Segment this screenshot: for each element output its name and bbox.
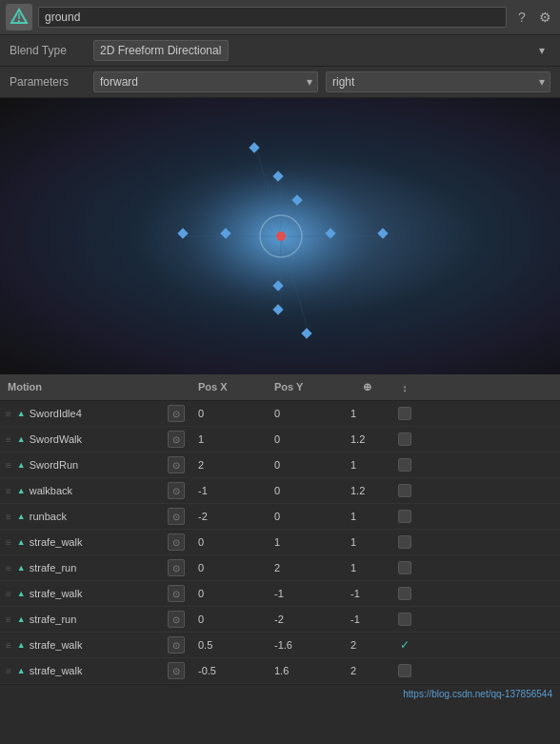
blend-visualization <box>0 98 560 374</box>
help-button[interactable]: ? <box>512 8 531 27</box>
eye-icon[interactable]: ⊙ <box>168 559 185 576</box>
checkbox-cell[interactable] <box>390 583 419 604</box>
table-row[interactable]: ≡ ▲ strafe_walk ⊙ 0.5 -1.6 2 ✓ <box>0 633 560 658</box>
col-posy: Pos Y <box>267 378 343 396</box>
table-row[interactable]: ≡ ▲ strafe_walk ⊙ -0.5 1.6 2 <box>0 658 560 684</box>
pos-y-value: 0 <box>267 481 343 500</box>
eye-icon[interactable]: ⊙ <box>168 431 185 448</box>
pos-x-value: 1 <box>190 430 267 449</box>
speed-value: 1 <box>343 455 390 474</box>
animation-icon: ▲ <box>17 486 26 495</box>
svg-point-26 <box>276 231 286 241</box>
speed-value: 1.2 <box>343 481 390 500</box>
pos-y-value: 0 <box>267 430 343 449</box>
empty-checkbox <box>398 484 411 497</box>
param2-select[interactable]: right forward speed direction <box>326 71 550 92</box>
checkbox-cell[interactable] <box>390 454 419 475</box>
blend-type-select[interactable]: 2D Freeform Directional 1D 2D Simple Dir… <box>93 40 229 61</box>
checkbox-cell[interactable] <box>390 480 419 501</box>
blend-type-row: Blend Type 2D Freeform Directional 1D 2D… <box>0 35 560 67</box>
animation-icon: ▲ <box>17 409 26 418</box>
animation-icon: ▲ <box>17 434 26 444</box>
drag-handle-icon: ≡ <box>6 640 11 651</box>
animation-icon: ▲ <box>17 563 26 573</box>
eye-icon[interactable]: ⊙ <box>168 482 185 499</box>
checkbox-cell[interactable] <box>390 506 419 527</box>
title-input[interactable]: ground <box>38 7 507 28</box>
checkbox-cell[interactable] <box>390 557 419 578</box>
empty-checkbox <box>398 613 411 626</box>
pos-y-value: 0 <box>267 404 343 423</box>
checkbox-cell[interactable] <box>390 660 419 681</box>
speed-value: 1 <box>343 404 390 423</box>
blend-canvas[interactable] <box>0 98 560 374</box>
eye-icon[interactable]: ⊙ <box>168 533 185 551</box>
settings-button[interactable]: ⚙ <box>535 8 554 27</box>
pos-y-value: 1 <box>267 533 343 552</box>
animation-icon: ▲ <box>17 512 26 521</box>
motion-name: strafe_walk <box>30 665 83 676</box>
drag-handle-icon: ≡ <box>6 537 11 548</box>
motion-name: runback <box>30 511 67 522</box>
eye-icon[interactable]: ⊙ <box>168 662 185 679</box>
eye-icon[interactable]: ⊙ <box>168 456 185 473</box>
pos-x-value: 0 <box>190 584 267 603</box>
eye-icon[interactable]: ⊙ <box>168 636 185 654</box>
animation-icon: ▲ <box>17 640 26 650</box>
eye-icon[interactable]: ⊙ <box>168 611 185 628</box>
animation-icon: ▲ <box>17 537 26 547</box>
checkbox-cell[interactable] <box>390 532 419 553</box>
pos-x-value: 0 <box>190 610 267 629</box>
animation-icon: ▲ <box>17 666 26 675</box>
drag-handle-icon: ≡ <box>6 666 11 676</box>
eye-icon[interactable]: ⊙ <box>168 405 185 422</box>
checkbox-cell[interactable]: ✓ <box>390 634 419 655</box>
blend-type-select-wrapper: 2D Freeform Directional 1D 2D Simple Dir… <box>93 40 550 61</box>
footer: https://blog.csdn.net/qq-137856544 <box>0 684 560 702</box>
drag-handle-icon: ≡ <box>6 614 11 625</box>
col-time: ⊕ <box>343 378 390 396</box>
col-posx: Pos X <box>190 378 267 396</box>
checkbox-cell[interactable] <box>390 403 419 424</box>
table-row[interactable]: ≡ ▲ runback ⊙ -2 0 1 <box>0 504 560 530</box>
table-row[interactable]: ≡ ▲ SwordRun ⊙ 2 0 1 <box>0 452 560 478</box>
table-row[interactable]: ≡ ▲ strafe_walk ⊙ 0 1 1 <box>0 530 560 555</box>
motion-name: strafe_walk <box>30 588 83 599</box>
parameters-label: Parameters <box>10 75 86 89</box>
empty-checkbox <box>398 407 411 420</box>
speed-value: 1 <box>343 507 390 526</box>
table-row[interactable]: ≡ ▲ strafe_walk ⊙ 0 -1 -1 <box>0 581 560 607</box>
table-row[interactable]: ≡ ▲ walkback ⊙ -1 0 1.2 <box>0 478 560 504</box>
eye-icon[interactable]: ⊙ <box>168 508 185 525</box>
motion-name: strafe_walk <box>30 536 83 548</box>
parameters-row: Parameters forward right speed direction… <box>0 67 560 98</box>
top-bar-actions: ? ⚙ <box>512 8 554 27</box>
app-icon <box>6 4 32 30</box>
drag-handle-icon: ≡ <box>6 563 11 573</box>
blend-type-label: Blend Type <box>10 44 86 57</box>
motion-cell: ≡ ▲ strafe_walk ⊙ <box>0 658 190 683</box>
param1-select[interactable]: forward right speed direction <box>93 71 318 92</box>
motion-cell: ≡ ▲ runback ⊙ <box>0 504 190 529</box>
table-row[interactable]: ≡ ▲ strafe_run ⊙ 0 -2 -1 <box>0 607 560 633</box>
empty-checkbox <box>398 458 411 472</box>
speed-value: 1.2 <box>343 430 390 449</box>
table-row[interactable]: ≡ ▲ SwordWalk ⊙ 1 0 1.2 <box>0 427 560 452</box>
table-row[interactable]: ≡ ▲ SwordIdle4 ⊙ 0 0 1 <box>0 401 560 427</box>
speed-value: -1 <box>343 584 390 603</box>
svg-point-2 <box>18 20 20 22</box>
checkbox-cell[interactable] <box>390 609 419 630</box>
empty-checkbox <box>398 535 411 549</box>
eye-icon[interactable]: ⊙ <box>168 585 185 602</box>
motion-name: walkback <box>30 485 72 496</box>
drag-handle-icon: ≡ <box>6 434 11 445</box>
motion-name: SwordWalk <box>30 433 82 445</box>
checkbox-cell[interactable] <box>390 429 419 450</box>
empty-checkbox <box>398 587 411 600</box>
empty-checkbox <box>398 510 411 523</box>
footer-link[interactable]: https://blog.csdn.net/qq-137856544 <box>403 689 552 699</box>
animation-icon: ▲ <box>17 614 26 624</box>
pos-x-value: -0.5 <box>190 661 267 680</box>
table-row[interactable]: ≡ ▲ strafe_run ⊙ 0 2 1 <box>0 555 560 581</box>
motion-name: SwordRun <box>30 459 78 471</box>
